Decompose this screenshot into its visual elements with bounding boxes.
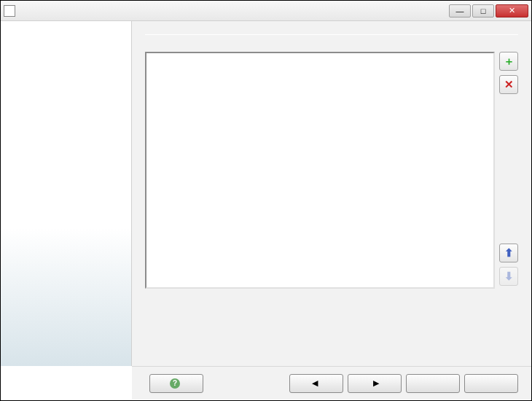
add-button[interactable]: ＋ — [499, 52, 518, 71]
cancel-button[interactable] — [464, 374, 518, 393]
move-down-button[interactable]: ⬇ — [499, 267, 518, 286]
footer: ? ◀ ▶ — [132, 366, 531, 400]
close-button[interactable]: ✕ — [496, 4, 528, 17]
window-controls: — □ ✕ — [449, 4, 528, 17]
maximize-button[interactable]: □ — [472, 4, 494, 17]
sidebar — [1, 21, 132, 366]
advanced-options-label — [8, 28, 125, 31]
help-icon: ? — [170, 378, 180, 389]
next-button[interactable]: ▶ — [348, 374, 402, 393]
remove-button[interactable]: ✕ — [499, 75, 518, 94]
back-button[interactable]: ◀ — [289, 374, 343, 393]
titlebar: — □ ✕ — [1, 1, 531, 21]
minimize-button[interactable]: — — [449, 4, 471, 17]
move-up-button[interactable]: ⬆ — [499, 244, 518, 262]
app-icon — [4, 5, 15, 17]
finish-button[interactable] — [406, 374, 460, 393]
content-pane: ＋ ✕ ⬆ ⬇ — [132, 21, 531, 366]
search-sequence-list[interactable] — [145, 52, 495, 289]
page-heading — [145, 30, 518, 35]
help-button[interactable]: ? — [149, 374, 203, 393]
